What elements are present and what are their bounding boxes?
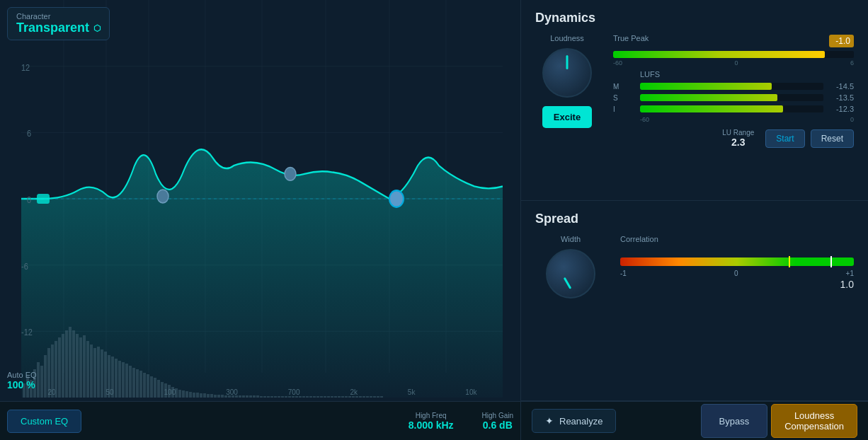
true-peak-value: -1.0 <box>829 35 854 47</box>
start-button[interactable]: Start <box>765 129 804 148</box>
meters-col: True Peak -1.0 -60 0 6 <box>613 34 854 148</box>
lufs-s-bar <box>640 94 777 101</box>
correlation-col: Correlation -1 0 +1 1.0 <box>620 235 854 299</box>
reset-button[interactable]: Reset <box>811 129 854 148</box>
lufs-s-meter <box>640 94 823 101</box>
corr-scale-right: +1 <box>846 270 854 277</box>
loudness-comp-label: LoudnessCompensation <box>784 410 844 432</box>
tp-scale-right: 6 <box>850 59 854 66</box>
lufs-scale-left: -60 <box>640 116 649 123</box>
true-peak-section: True Peak -1.0 -60 0 6 <box>613 34 854 66</box>
auto-eq-label: Auto EQ <box>7 371 37 379</box>
lufs-i-label: I <box>613 105 634 113</box>
right-actions: Bypass LoudnessCompensation <box>701 404 857 438</box>
high-freq-label: High Freq <box>416 412 447 419</box>
width-label: Width <box>561 235 581 243</box>
width-col: Width <box>535 235 606 299</box>
correlation-label: Correlation <box>620 235 854 243</box>
character-value[interactable]: Transparent ⬡ <box>16 21 101 35</box>
tp-scale-zero: 0 <box>734 59 738 66</box>
corr-scale-mid: 0 <box>734 270 738 277</box>
svg-text:-6: -6 <box>21 261 28 272</box>
right-panel: Dynamics Loudness Excite True Peak <box>521 0 868 440</box>
character-text: Transparent <box>16 21 89 35</box>
lufs-s-label: S <box>613 94 634 102</box>
svg-text:0: 0 <box>27 195 31 205</box>
lufs-s-value: -13.5 <box>829 93 854 102</box>
x-label-50: 50 <box>106 388 114 396</box>
excite-button[interactable]: Excite <box>542 106 592 128</box>
reanalyze-button[interactable]: ✦ Reanalyze <box>532 409 616 433</box>
high-freq-display: High Freq 8.000 kHz <box>409 412 454 431</box>
lu-range-row: LU Range 2.3 Start Reset <box>613 129 854 148</box>
high-gain-value: 0.6 dB <box>483 419 513 431</box>
lufs-m-bar <box>640 83 772 90</box>
x-axis-labels: 20 50 100 300 700 2k 5k 10k <box>23 388 502 396</box>
lufs-m-meter <box>640 83 823 90</box>
lufs-m-row: M -14.5 <box>613 82 854 91</box>
correlation-marker-1 <box>789 256 790 267</box>
svg-rect-15 <box>37 194 50 204</box>
x-label-10k: 10k <box>465 388 476 396</box>
true-peak-label: True Peak <box>613 34 649 42</box>
svg-point-16 <box>157 190 169 203</box>
bypass-button[interactable]: Bypass <box>701 404 768 438</box>
corr-scale: -1 0 +1 <box>620 270 854 277</box>
true-peak-bar <box>613 51 825 58</box>
character-box[interactable]: Character Transparent ⬡ <box>7 7 110 40</box>
tp-scale-left: -60 <box>613 59 622 66</box>
spread-content: Width Correlation -1 0 <box>535 235 854 299</box>
dynamics-section: Dynamics Loudness Excite True Peak <box>521 0 868 201</box>
lufs-scale-right: 0 <box>850 116 854 123</box>
loudness-knob-indicator <box>566 55 569 69</box>
auto-eq-value: 100 % <box>7 379 37 390</box>
loudness-comp-button[interactable]: LoudnessCompensation <box>771 404 857 438</box>
corr-value: 1.0 <box>620 279 854 290</box>
loudness-knob[interactable] <box>542 48 592 98</box>
lufs-i-bar <box>640 105 783 112</box>
bottom-bar: Custom EQ High Freq 8.000 kHz High Gain … <box>0 401 520 440</box>
high-gain-display: High Gain 0.6 dB <box>482 412 513 431</box>
lufs-title: LUFS <box>640 70 854 79</box>
left-panel: Character Transparent ⬡ <box>0 0 521 440</box>
eq-svg: 12 6 0 -6 -12 <box>21 0 503 398</box>
lu-range-value: 2.3 <box>731 137 745 148</box>
true-peak-meter <box>613 51 854 58</box>
lufs-section: LUFS M -14.5 S <box>613 70 854 148</box>
x-label-100: 100 <box>164 388 176 396</box>
lufs-i-value: -12.3 <box>829 105 854 113</box>
loudness-label: Loudness <box>550 34 584 42</box>
spread-section: Spread Width Correlation <box>521 201 868 402</box>
reanalyze-icon: ✦ <box>545 415 554 427</box>
lu-range-label: LU Range <box>722 129 754 137</box>
x-label-2k: 2k <box>350 388 358 396</box>
lufs-m-label: M <box>613 83 634 91</box>
svg-point-17 <box>285 168 296 181</box>
correlation-bar <box>620 257 854 266</box>
corr-scale-left: -1 <box>620 270 627 277</box>
high-freq-value: 8.000 kHz <box>409 419 454 431</box>
custom-eq-button[interactable]: Custom EQ <box>7 410 81 433</box>
character-label: Character <box>16 12 101 21</box>
width-knob-indicator <box>564 277 572 289</box>
width-knob[interactable] <box>546 249 595 299</box>
dynamics-title: Dynamics <box>535 11 854 25</box>
svg-text:12: 12 <box>21 62 30 73</box>
dynamics-content: Loudness Excite True Peak -1.0 <box>535 34 854 148</box>
character-arrows-icon: ⬡ <box>93 23 101 33</box>
eq-area: 12 6 0 -6 -12 <box>21 0 503 398</box>
x-label-5k: 5k <box>408 388 416 396</box>
spread-title: Spread <box>535 212 854 226</box>
x-label-20: 20 <box>47 388 55 396</box>
svg-text:-12: -12 <box>21 327 33 337</box>
lufs-i-row: I -12.3 <box>613 105 854 113</box>
lufs-m-value: -14.5 <box>829 82 854 91</box>
main-container: Character Transparent ⬡ <box>0 0 868 440</box>
correlation-marker-2 <box>830 256 832 267</box>
x-label-300: 300 <box>226 388 238 396</box>
loudness-col: Loudness Excite <box>535 34 599 148</box>
svg-text:6: 6 <box>27 128 31 139</box>
x-label-700: 700 <box>288 388 300 396</box>
reanalyze-label: Reanalyze <box>559 416 603 427</box>
auto-eq: Auto EQ 100 % <box>7 371 37 390</box>
